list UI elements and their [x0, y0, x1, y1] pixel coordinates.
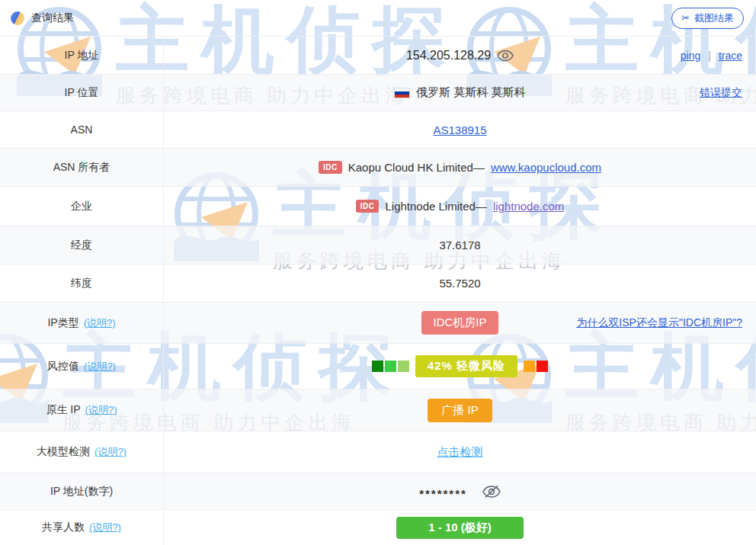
row-llm-check: 大模型检测 (说明?) 点击检测	[0, 431, 756, 473]
ip-address-value: 154.205.128.29	[406, 49, 491, 63]
asn-label: ASN	[0, 111, 164, 148]
risk-square-green-light	[398, 361, 409, 372]
latitude-value: 55.7520	[439, 277, 480, 290]
longitude-value: 37.6178	[439, 239, 480, 252]
row-company: 企业 IDC Lightnode Limited— lightnode.com	[0, 187, 756, 226]
risk-score-badge: 42% 轻微风险	[415, 355, 517, 377]
shared-users-badge: 1 - 10 (极好)	[396, 517, 524, 539]
asn-owner-label: ASN 所有者	[0, 149, 164, 186]
ip-type-badge: IDC机房IP	[421, 311, 498, 335]
idc-badge: IDC	[356, 200, 380, 213]
trace-link[interactable]: trace	[719, 50, 742, 62]
ip-type-label: IP类型	[47, 316, 78, 330]
risk-value-label: 风控值	[47, 360, 79, 373]
company-site-link[interactable]: lightnode.com	[493, 200, 564, 213]
row-latitude: 纬度 55.7520	[0, 264, 756, 303]
ip-number-label: IP 地址(数字)	[0, 473, 164, 509]
ip-address-label: IP 地址	[0, 37, 164, 74]
risk-square-green-mid	[385, 361, 396, 372]
llm-check-help-link[interactable]: (说明?)	[94, 445, 127, 459]
shared-users-help-link[interactable]: (说明?)	[89, 521, 121, 534]
row-longitude: 经度 37.6178	[0, 226, 756, 264]
link-divider: |	[708, 50, 711, 62]
shared-users-label: 共享人数	[42, 521, 85, 534]
risk-square-orange	[524, 361, 535, 372]
row-asn: ASN AS138915	[0, 111, 756, 149]
click-detect-link[interactable]: 点击检测	[437, 445, 483, 460]
russia-flag-icon	[394, 88, 410, 98]
asn-owner-value: Kaopu Cloud HK Limited—	[348, 161, 485, 174]
company-label: 企业	[0, 187, 164, 226]
longitude-label: 经度	[0, 226, 164, 264]
dual-isp-question-link[interactable]: 为什么双ISP还会显示"IDC机房IP"?	[576, 316, 742, 330]
row-shared-users: 共享人数 (说明?) 1 - 10 (极好)	[0, 510, 756, 545]
company-value: Lightnode Limited—	[385, 200, 486, 213]
row-ip-number: IP 地址(数字) ********	[0, 473, 756, 510]
screenshot-result-button[interactable]: ✂ 截图结果	[671, 8, 744, 29]
risk-square-green-dark	[372, 361, 383, 372]
risk-square-red	[537, 361, 548, 372]
broadcast-ip-badge: 广播 IP	[428, 399, 492, 422]
asn-link[interactable]: AS138915	[433, 123, 486, 136]
row-risk-value: 风控值 (说明?) 42% 轻微风险	[0, 344, 756, 390]
asn-owner-site-link[interactable]: www.kaopucloud.com	[491, 161, 601, 174]
ip-number-masked-value: ********	[419, 487, 467, 500]
row-native-ip: 原生 IP (说明?) 广播 IP	[0, 390, 756, 431]
error-submit-link[interactable]: 错误提交	[700, 86, 742, 100]
ip-type-help-link[interactable]: (说明?)	[84, 316, 116, 330]
risk-help-link[interactable]: (说明?)	[84, 360, 116, 373]
llm-check-label: 大模型检测	[37, 445, 90, 459]
risk-meter: 42% 轻微风险	[372, 355, 548, 377]
row-ip-type: IP类型 (说明?) IDC机房IP 为什么双ISP还会显示"IDC机房IP"?	[0, 303, 756, 344]
eye-off-icon[interactable]	[482, 485, 501, 499]
native-ip-label: 原生 IP	[46, 403, 80, 417]
row-ip-location: IP 位置 俄罗斯 莫斯科 莫斯科 错误提交	[0, 75, 756, 111]
ip-location-label: IP 位置	[0, 75, 164, 111]
scissors-icon: ✂	[681, 12, 690, 24]
ip-lookup-result-panel: 主机侦探 服务跨境电商 助力中企出海 主机侦探 服务跨境电商 助力中企出海	[0, 0, 756, 545]
eye-icon[interactable]	[497, 50, 514, 62]
idc-badge: IDC	[319, 161, 342, 174]
latitude-label: 纬度	[0, 264, 164, 302]
screenshot-button-label: 截图结果	[694, 11, 734, 25]
ping-link[interactable]: ping	[681, 50, 700, 62]
result-table: 查询结果 ✂ 截图结果 IP 地址 154.205.128.29 ping | …	[0, 0, 756, 545]
result-sphere-icon	[11, 11, 24, 25]
row-ip-address: IP 地址 154.205.128.29 ping | trace	[0, 37, 756, 75]
row-asn-owner: ASN 所有者 IDC Kaopu Cloud HK Limited— www.…	[0, 149, 756, 187]
panel-header: 查询结果 ✂ 截图结果	[0, 0, 756, 37]
panel-title: 查询结果	[31, 11, 74, 25]
native-ip-help-link[interactable]: (说明?)	[85, 403, 117, 417]
ip-location-value: 俄罗斯 莫斯科 莫斯科	[416, 85, 525, 100]
